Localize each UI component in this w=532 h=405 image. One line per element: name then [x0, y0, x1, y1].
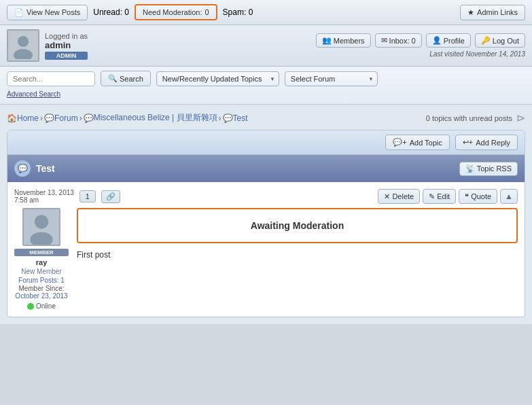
- avatar: [7, 29, 39, 62]
- author-forum-posts: Forum Posts: 1: [14, 277, 69, 284]
- awaiting-moderation-banner: Awaiting Moderation: [77, 208, 518, 243]
- author-name: ray: [14, 258, 69, 266]
- unread-topics: 0 topics with unread posts ⊳: [426, 111, 525, 124]
- search-row: 🔍 Search New/Recently Updated TopicsAll …: [7, 71, 525, 86]
- member-badge: MEMBER: [14, 249, 69, 256]
- author-role: New Member: [14, 268, 69, 275]
- post-author: MEMBER ray New Member Forum Posts: 1 Mem…: [14, 208, 69, 310]
- delete-icon: ✕: [384, 192, 390, 201]
- online-indicator: Online: [14, 302, 69, 310]
- unread-icon: ⊳: [516, 111, 525, 124]
- view-new-posts-button[interactable]: 📄 View New Posts: [7, 5, 88, 20]
- forum-icon: 💬: [44, 113, 54, 123]
- breadcrumb-forum[interactable]: Forum: [54, 113, 78, 123]
- test-icon: 💬: [223, 113, 233, 123]
- forum-filter-wrapper: Select ForumMiscellaneous Belize: [285, 71, 378, 86]
- quote-icon: ❝: [465, 192, 469, 201]
- svg-point-0: [18, 36, 29, 47]
- profile-icon: 👤: [432, 36, 442, 45]
- rss-icon: 📡: [465, 164, 475, 173]
- post-container: November 13, 2013 7:58 am 1 🔗 ✕ Delete ✎…: [7, 182, 525, 317]
- breadcrumb-misc[interactable]: Miscellaneous Belize | 貝里斯雜項: [94, 112, 217, 124]
- add-reply-button[interactable]: ↩+ Add Reply: [455, 135, 518, 150]
- topic-rss-button[interactable]: 📡 Topic RSS: [459, 162, 518, 176]
- link-icon: 🔗: [106, 192, 116, 200]
- username-label: admin: [45, 40, 88, 50]
- author-member-since: Member Since: October 23, 2013: [14, 285, 69, 300]
- members-button[interactable]: 👥 Members: [316, 33, 371, 48]
- topic-header: 💬 Test 📡 Topic RSS: [7, 155, 525, 182]
- add-reply-icon: ↩+: [463, 138, 473, 147]
- user-bar-right: 👥 Members ✉ Inbox: 0 👤 Profile 🔑 Log Out…: [316, 33, 525, 58]
- last-visited: Last visited November 14, 2013: [429, 50, 525, 58]
- admin-links-button[interactable]: ★ Admin Links: [460, 5, 525, 20]
- logged-in-label: Logged in as: [45, 32, 88, 40]
- post-date: November 13, 2013 7:58 am: [14, 189, 74, 204]
- logout-icon: 🔑: [481, 36, 491, 45]
- topic-filter-wrapper: New/Recently Updated TopicsAll Topics: [156, 71, 279, 86]
- edit-icon: ✎: [429, 192, 435, 201]
- post-text: First post: [77, 250, 518, 260]
- search-icon: 🔍: [108, 74, 118, 83]
- topic-bubble-icon: 💬: [14, 160, 31, 177]
- breadcrumb-home[interactable]: Home: [17, 113, 39, 123]
- post-number-button[interactable]: 1: [79, 190, 96, 202]
- user-info: Logged in as admin ADMIN: [45, 32, 88, 60]
- post-content: Awaiting Moderation First post: [77, 208, 518, 310]
- home-icon: 🏠: [7, 113, 17, 123]
- misc-icon: 💬: [84, 113, 94, 123]
- topic-filter-select[interactable]: New/Recently Updated TopicsAll Topics: [156, 71, 279, 86]
- admin-badge: ADMIN: [45, 52, 88, 60]
- breadcrumb: 🏠 Home › 💬 Forum › 💬 Miscellaneous Beliz…: [7, 111, 525, 124]
- topic-title: Test: [36, 163, 55, 174]
- advanced-search-link[interactable]: Advanced Search: [7, 90, 60, 98]
- spam-label: Spam: 0: [223, 7, 253, 17]
- top-bar: 📄 View New Posts Unread: 0 Need Moderati…: [0, 0, 532, 25]
- forum-panel-header: 💬+ Add Topic ↩+ Add Reply: [7, 130, 525, 155]
- quote-button[interactable]: ❝ Quote: [459, 189, 497, 204]
- user-nav: 👥 Members ✉ Inbox: 0 👤 Profile 🔑 Log Out: [316, 33, 525, 48]
- search-section: 🔍 Search New/Recently Updated TopicsAll …: [0, 67, 532, 105]
- post-body: MEMBER ray New Member Forum Posts: 1 Mem…: [14, 208, 518, 310]
- unread-label: Unread: 0: [93, 7, 129, 17]
- topic-title-area: 💬 Test: [14, 160, 55, 177]
- search-button[interactable]: 🔍 Search: [101, 71, 151, 86]
- add-topic-icon: 💬+: [393, 138, 406, 147]
- delete-button[interactable]: ✕ Delete: [378, 189, 420, 204]
- members-icon: 👥: [322, 36, 332, 45]
- user-bar: Logged in as admin ADMIN 👥 Members ✉ Inb…: [0, 25, 532, 67]
- inbox-icon: ✉: [381, 36, 387, 45]
- up-button[interactable]: ▲: [500, 189, 518, 204]
- posts-icon: 📄: [14, 8, 24, 17]
- inbox-button[interactable]: ✉ Inbox: 0: [375, 33, 422, 48]
- edit-button[interactable]: ✎ Edit: [423, 189, 456, 204]
- need-moderation-button[interactable]: Need Moderation: 0: [135, 4, 217, 20]
- logout-button[interactable]: 🔑 Log Out: [475, 33, 525, 48]
- add-topic-button[interactable]: 💬+ Add Topic: [385, 135, 450, 150]
- author-avatar: [22, 208, 60, 246]
- profile-button[interactable]: 👤 Profile: [426, 33, 471, 48]
- post-link-button[interactable]: 🔗: [101, 190, 120, 203]
- post-actions: ✕ Delete ✎ Edit ❝ Quote ▲: [378, 189, 518, 204]
- svg-point-1: [14, 49, 33, 59]
- forum-panel: 💬+ Add Topic ↩+ Add Reply 💬 Test 📡 Topic…: [7, 130, 525, 317]
- svg-point-3: [35, 215, 48, 228]
- search-input[interactable]: [7, 71, 95, 86]
- breadcrumb-test[interactable]: Test: [233, 113, 248, 123]
- main-content: 🏠 Home › 💬 Forum › 💬 Miscellaneous Beliz…: [0, 105, 532, 324]
- post-meta-row: November 13, 2013 7:58 am 1 🔗 ✕ Delete ✎…: [14, 189, 518, 204]
- forum-filter-select[interactable]: Select ForumMiscellaneous Belize: [285, 71, 378, 86]
- star-icon: ★: [467, 8, 474, 17]
- online-dot: [27, 303, 34, 310]
